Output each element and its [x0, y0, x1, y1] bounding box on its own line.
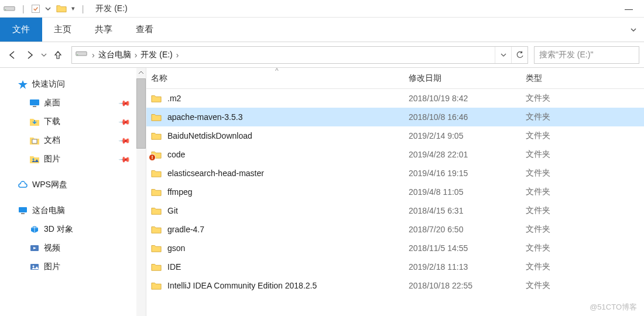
refresh-button[interactable]	[511, 47, 527, 63]
chevron-down-icon[interactable]	[44, 5, 52, 12]
sidebar-item-wps[interactable]: WPS网盘	[0, 176, 146, 194]
crumb-chevron-icon[interactable]: ›	[91, 50, 96, 60]
table-row[interactable]: apache-maven-3.5.32018/10/8 16:46文件夹	[146, 108, 644, 126]
sidebar-item-this-pc[interactable]: 这台电脑	[0, 201, 146, 220]
folder-icon	[151, 94, 162, 103]
breadcrumb-root[interactable]: 这台电脑	[96, 47, 133, 63]
cell-type: 文件夹	[526, 280, 614, 291]
sidebar-item-videos[interactable]: 视频	[0, 239, 146, 257]
cell-date: 2018/10/18 22:55	[409, 281, 526, 290]
file-name: Git	[167, 206, 178, 215]
cell-date: 2019/2/14 9:05	[409, 131, 526, 140]
file-name: code	[167, 150, 185, 159]
cell-type: 文件夹	[526, 130, 614, 141]
header-date[interactable]: 修改日期	[409, 73, 526, 84]
cell-date: 2019/4/16 19:15	[409, 169, 526, 178]
table-row[interactable]: IDE2019/2/18 11:13文件夹	[146, 257, 644, 276]
file-name: ffmpeg	[167, 187, 193, 197]
sidebar-item-downloads[interactable]: 下载 📌	[0, 112, 146, 131]
history-dropdown-icon[interactable]	[40, 47, 48, 63]
pictures-icon	[29, 154, 40, 164]
sidebar: 快速访问 桌面 📌 下载 📌 文档 📌 图片 📌	[0, 68, 146, 316]
cell-name: IntelliJ IDEA Community Edition 2018.2.5	[151, 281, 409, 290]
objects3d-icon	[29, 225, 40, 234]
crumb-chevron-icon[interactable]: ›	[133, 50, 139, 60]
address-bar[interactable]: › 这台电脑 › 开发 (E:) ›	[71, 46, 528, 64]
cell-type: 文件夹	[526, 93, 614, 104]
search-placeholder: 搜索"开发 (E:)"	[539, 50, 593, 60]
drive-icon	[4, 5, 15, 13]
sort-indicator-icon: ^	[275, 68, 279, 75]
table-row[interactable]: Git2018/4/15 6:31文件夹	[146, 201, 644, 220]
sidebar-item-desktop[interactable]: 桌面 📌	[0, 94, 146, 112]
folder-icon: !	[151, 150, 162, 159]
star-icon	[18, 80, 28, 89]
header-type[interactable]: 类型	[526, 73, 614, 84]
sidebar-scrollbar[interactable]	[136, 68, 146, 316]
column-headers: 名称 修改日期 类型	[146, 68, 644, 89]
minimize-button[interactable]: —	[617, 0, 640, 18]
folder-icon	[151, 112, 162, 122]
table-row[interactable]: IntelliJ IDEA Community Edition 2018.2.5…	[146, 276, 644, 295]
sidebar-item-quick-access[interactable]: 快速访问	[0, 75, 146, 94]
sidebar-item-documents[interactable]: 文档 📌	[0, 131, 146, 150]
sidebar-label: 快速访问	[32, 79, 65, 90]
scroll-up-icon[interactable]	[136, 68, 146, 77]
table-row[interactable]: gradle-4.72018/7/20 6:50文件夹	[146, 220, 644, 239]
sidebar-item-pictures2[interactable]: 图片	[0, 257, 146, 276]
sidebar-label: 图片	[44, 154, 60, 164]
ribbon-expand-icon[interactable]	[630, 18, 644, 42]
svg-point-12	[33, 266, 35, 267]
cell-date: 2018/10/8 16:46	[409, 112, 526, 122]
ribbon-tabs: 文件 主页 共享 查看	[0, 18, 644, 42]
sidebar-item-3d-objects[interactable]: 3D 对象	[0, 220, 146, 239]
sidebar-label: WPS网盘	[32, 180, 67, 190]
breadcrumb-current[interactable]: 开发 (E:)	[138, 47, 174, 63]
pictures-icon	[29, 262, 40, 272]
navigation-tree: 快速访问 桌面 📌 下载 📌 文档 📌 图片 📌	[0, 75, 146, 276]
sidebar-label: 下载	[44, 116, 60, 127]
search-input[interactable]: 搜索"开发 (E:)"	[534, 46, 639, 64]
crumb-chevron-icon[interactable]: ›	[175, 50, 180, 60]
table-row[interactable]: gson2018/11/5 14:55文件夹	[146, 239, 644, 257]
tab-file[interactable]: 文件	[0, 18, 42, 42]
cell-type: 文件夹	[526, 149, 614, 160]
header-name[interactable]: 名称	[151, 73, 409, 84]
svg-rect-9	[21, 213, 25, 214]
back-button[interactable]	[5, 47, 20, 63]
videos-icon	[29, 243, 40, 253]
cell-name: Git	[151, 206, 409, 215]
cell-date: 2019/2/18 11:13	[409, 262, 526, 272]
tab-home[interactable]: 主页	[42, 18, 83, 42]
window-controls: —	[617, 0, 640, 18]
address-dropdown-icon[interactable]	[495, 47, 511, 63]
file-name: IDE	[167, 262, 181, 272]
folder-icon	[151, 206, 162, 215]
up-button[interactable]	[50, 47, 66, 63]
quick-access-toolbar: | ▾ | 开发 (E:)	[4, 4, 128, 14]
cell-type: 文件夹	[526, 168, 614, 178]
table-row[interactable]: elasticsearch-head-master2019/4/16 19:15…	[146, 164, 644, 183]
file-list: ^ 名称 修改日期 类型 .m22018/10/19 8:42文件夹apache…	[146, 68, 644, 316]
forward-button[interactable]	[22, 47, 37, 63]
qat-overflow-icon[interactable]: ▾	[71, 5, 75, 12]
desktop-icon	[29, 98, 40, 108]
pin-icon: 📌	[118, 134, 131, 147]
svg-point-7	[33, 159, 35, 160]
pin-icon: 📌	[118, 97, 131, 109]
sidebar-label: 文档	[44, 135, 60, 146]
cell-type: 文件夹	[526, 112, 614, 122]
table-row[interactable]: ffmpeg2019/4/8 11:05文件夹	[146, 183, 644, 201]
sidebar-item-pictures[interactable]: 图片 📌	[0, 150, 146, 169]
table-row[interactable]: .m22018/10/19 8:42文件夹	[146, 89, 644, 108]
file-name: apache-maven-3.5.3	[167, 112, 242, 122]
scroll-thumb[interactable]	[136, 78, 146, 149]
content-area: 快速访问 桌面 📌 下载 📌 文档 📌 图片 📌	[0, 68, 644, 316]
table-row[interactable]: BaiduNetdiskDownload2019/2/14 9:05文件夹	[146, 126, 644, 145]
sidebar-label: 3D 对象	[44, 224, 73, 235]
tab-view[interactable]: 查看	[124, 18, 165, 42]
table-row[interactable]: !code2019/4/28 22:01文件夹	[146, 145, 644, 164]
svg-rect-6	[32, 139, 37, 143]
tab-share[interactable]: 共享	[83, 18, 124, 42]
checkbox-icon[interactable]	[32, 5, 40, 13]
